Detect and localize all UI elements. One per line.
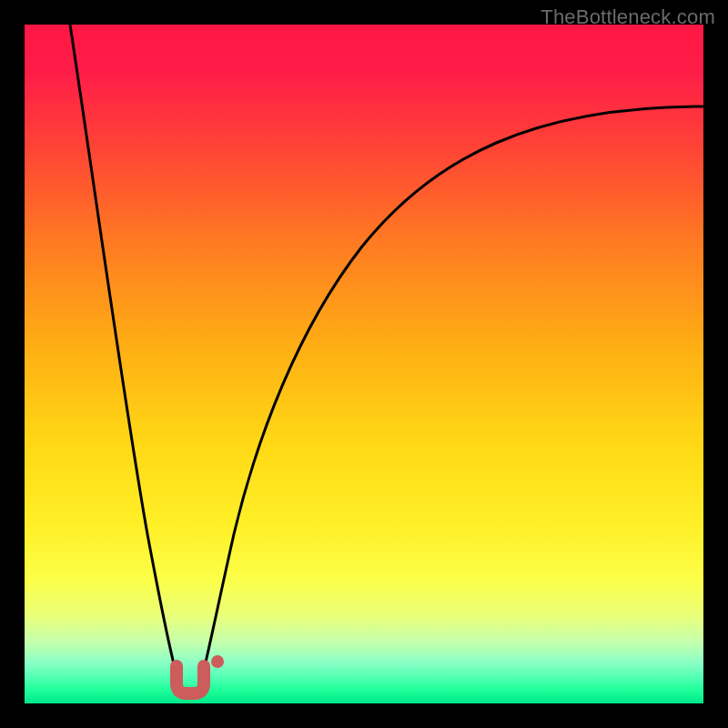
highlight-marks — [25, 25, 703, 703]
svg-point-1 — [211, 655, 224, 668]
chart-frame: TheBottleneck.com — [0, 0, 728, 728]
watermark-text: TheBottleneck.com — [541, 5, 715, 29]
plot-area — [25, 25, 703, 703]
